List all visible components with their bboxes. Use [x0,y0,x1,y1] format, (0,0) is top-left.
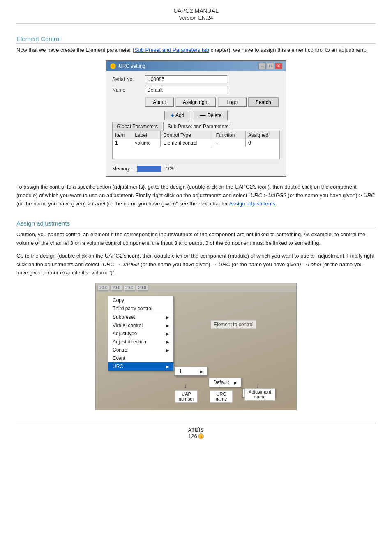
chevron-right-icon: ▶ [166,340,169,344]
page-number: 126 [16,433,376,440]
context-menu: Copy Third party control Subpreset▶ Virt… [108,296,174,371]
ctx-copy[interactable]: Copy [108,296,173,304]
urc-app-icon [110,63,116,69]
memory-percent: 10% [166,166,175,172]
chevron-right-icon: ▶ [166,315,169,320]
section-element-control-heading: Element Control [16,35,376,44]
minus-icon: — [200,112,205,119]
about-button[interactable]: About [145,97,174,107]
topbar-num-4: 20.0 [136,285,148,291]
sub-item-1[interactable]: 1▶ [175,367,207,375]
table-row: 1volumeElement control-0 [113,139,280,147]
ctx-virtual-control[interactable]: Virtual control▶ [108,321,173,329]
ctx-event[interactable]: Event [108,354,173,362]
urc-title-text: URC setting [119,63,145,69]
uap-number-label: UAPnumber [175,390,198,403]
down-arrow-urc: ↓ [218,382,221,389]
serial-value: U00085 [145,75,227,83]
topbar-num-3: 20.0 [123,285,135,291]
topbar-num-2: 20.0 [110,285,122,291]
serial-row: Serial No. U00085 [112,75,280,83]
section-assign-adjustments-heading: Assign adjustments [16,220,376,228]
topbar-num-1: 20.0 [97,285,109,291]
search-button[interactable]: Search [248,97,279,107]
ctx-adjust-direction[interactable]: Adjust direction▶ [108,338,173,346]
minimize-button[interactable]: ─ [258,63,266,69]
urc-body: Serial No. U00085 Name Default About Ass… [106,71,286,176]
assign-right-button[interactable]: Assign right [175,97,216,107]
chevron-right-icon: ▶ [200,369,203,374]
memory-label: Memory : [112,166,133,172]
ctx-adjust-type[interactable]: Adjust type▶ [108,329,173,338]
table-cell: 1 [113,139,132,147]
chevron-right-icon: ▶ [166,348,169,352]
urc-name-label: URCname [210,390,233,403]
chevron-right-icon: ▶ [166,364,169,369]
ctx-third-party[interactable]: Third party control [108,304,173,313]
urc-titlebar: URC setting ─ □ ✕ [106,61,286,71]
page-header: UAPG2 MANUAL Version EN.24 [16,0,376,24]
sub-preset-link[interactable]: Sub Preset and Parameters tab [134,47,209,53]
section1-para1: Now that we have create the Element para… [16,46,376,55]
down-arrow-uap: ↓ [184,382,187,389]
context-menu-diagram: 20.0 20.0 20.0 20.0 Copy Third party con… [95,283,297,410]
col-item: Item [113,131,132,139]
section1-para2: To assign the control to a specific acti… [16,183,376,208]
col-label: Label [132,131,161,139]
col-assigned: Assigned [245,131,279,139]
subsub-menu-default: Default▶ [209,378,242,387]
diagram-topbar: 20.0 20.0 20.0 20.0 [96,283,296,292]
document-version: Version EN.24 [16,15,376,21]
tabs-row: Global Parameters Sub Preset and Paramet… [112,122,280,131]
action-buttons-row: About Assign right Logo Search [112,97,280,107]
add-delete-row: + Add — Delete [112,111,280,120]
col-function: Function [213,131,246,139]
page-icon [198,433,204,439]
adjustment-name-label: Adjustmentname [244,388,275,401]
subsub-item-default[interactable]: Default▶ [209,378,241,387]
chevron-right-icon: ▶ [166,332,169,336]
assign-adjustments-link[interactable]: Assign adjustments [229,200,275,207]
serial-label: Serial No. [112,76,145,82]
section2-caution: Caution, you cannot control an element i… [16,230,376,248]
document-title: UAPG2 MANUAL [16,7,376,14]
tab-subpreset-parameters[interactable]: Sub Preset and Parameters [163,122,233,131]
sub-menu-urc: 1▶ [175,367,208,376]
name-row: Name Default [112,86,280,94]
name-value: Default [145,86,227,94]
down-arrow-adj: ↓ [256,382,259,389]
table-cell: - [213,139,246,147]
add-button[interactable]: + Add [164,111,191,120]
ctx-urc[interactable]: URC▶ [108,362,173,371]
ctx-subpreset[interactable]: Subpreset▶ [108,313,173,321]
tab-global-parameters[interactable]: Global Parameters [112,122,162,131]
page-footer: ATEÏS 126 [16,423,376,440]
close-button[interactable]: ✕ [275,63,282,69]
urc-dialog: URC setting ─ □ ✕ Serial No. U00085 Name… [106,60,286,177]
delete-button[interactable]: — Delete [194,111,228,120]
name-label: Name [112,87,145,93]
logo-button[interactable]: Logo [218,97,247,107]
plus-icon: + [171,112,174,119]
col-control-type: Control Type [161,131,213,139]
section2-para1: Go to the design (double click on the UA… [16,252,376,277]
memory-row: Memory : 10% [112,164,280,172]
chevron-right-icon: ▶ [166,323,169,328]
maximize-button[interactable]: □ [267,63,274,69]
memory-bar [137,166,161,172]
chevron-right-icon: ▶ [234,380,237,385]
ctx-control[interactable]: Control▶ [108,346,173,354]
table-cell: 0 [245,139,279,147]
element-to-control-label: Element to control [211,320,256,329]
urc-title-left: URC setting [110,63,145,69]
window-controls: ─ □ ✕ [258,63,282,69]
table-cell: volume [132,139,161,147]
brand-name: ATEÏS [16,427,376,433]
table-cell: Element control [161,139,213,147]
parameters-table: Item Label Control Type Function Assigne… [112,131,280,147]
table-empty-area [112,147,280,159]
